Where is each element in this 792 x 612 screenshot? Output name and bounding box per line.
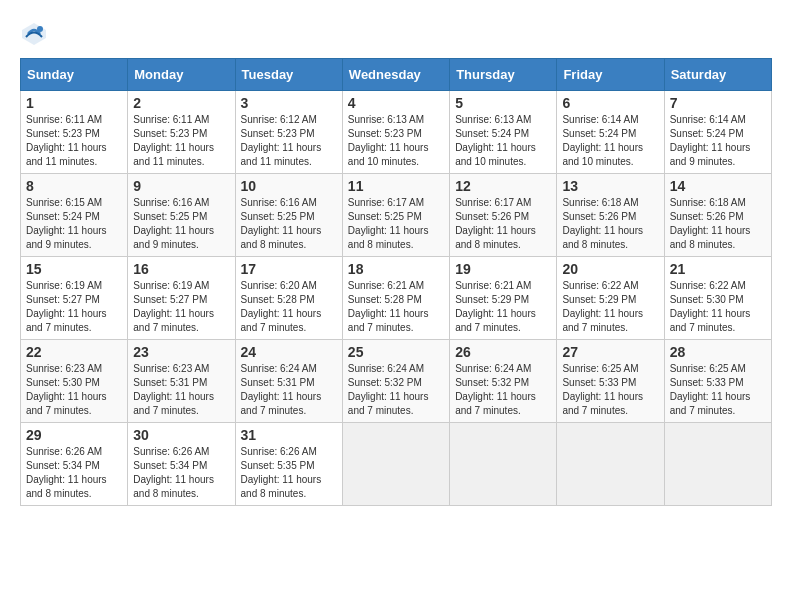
day-info: Sunrise: 6:17 AMSunset: 5:26 PMDaylight:… [455, 196, 551, 252]
calendar-table: SundayMondayTuesdayWednesdayThursdayFrid… [20, 58, 772, 506]
day-info: Sunrise: 6:22 AMSunset: 5:29 PMDaylight:… [562, 279, 658, 335]
header-day-saturday: Saturday [664, 59, 771, 91]
calendar-cell: 31 Sunrise: 6:26 AMSunset: 5:35 PMDaylig… [235, 423, 342, 506]
day-number: 27 [562, 344, 658, 360]
day-number: 9 [133, 178, 229, 194]
calendar-header-row: SundayMondayTuesdayWednesdayThursdayFrid… [21, 59, 772, 91]
day-info: Sunrise: 6:18 AMSunset: 5:26 PMDaylight:… [670, 196, 766, 252]
day-number: 19 [455, 261, 551, 277]
day-number: 8 [26, 178, 122, 194]
day-info: Sunrise: 6:16 AMSunset: 5:25 PMDaylight:… [133, 196, 229, 252]
calendar-cell: 18 Sunrise: 6:21 AMSunset: 5:28 PMDaylig… [342, 257, 449, 340]
day-number: 21 [670, 261, 766, 277]
day-info: Sunrise: 6:17 AMSunset: 5:25 PMDaylight:… [348, 196, 444, 252]
calendar-cell: 30 Sunrise: 6:26 AMSunset: 5:34 PMDaylig… [128, 423, 235, 506]
calendar-cell: 24 Sunrise: 6:24 AMSunset: 5:31 PMDaylig… [235, 340, 342, 423]
day-number: 1 [26, 95, 122, 111]
day-number: 16 [133, 261, 229, 277]
day-info: Sunrise: 6:25 AMSunset: 5:33 PMDaylight:… [562, 362, 658, 418]
calendar-week-1: 1 Sunrise: 6:11 AMSunset: 5:23 PMDayligh… [21, 91, 772, 174]
calendar-cell: 25 Sunrise: 6:24 AMSunset: 5:32 PMDaylig… [342, 340, 449, 423]
calendar-cell: 13 Sunrise: 6:18 AMSunset: 5:26 PMDaylig… [557, 174, 664, 257]
day-number: 13 [562, 178, 658, 194]
day-info: Sunrise: 6:22 AMSunset: 5:30 PMDaylight:… [670, 279, 766, 335]
calendar-cell: 9 Sunrise: 6:16 AMSunset: 5:25 PMDayligh… [128, 174, 235, 257]
calendar-cell: 6 Sunrise: 6:14 AMSunset: 5:24 PMDayligh… [557, 91, 664, 174]
calendar-cell: 21 Sunrise: 6:22 AMSunset: 5:30 PMDaylig… [664, 257, 771, 340]
day-number: 2 [133, 95, 229, 111]
calendar-cell [450, 423, 557, 506]
day-info: Sunrise: 6:18 AMSunset: 5:26 PMDaylight:… [562, 196, 658, 252]
calendar-cell: 23 Sunrise: 6:23 AMSunset: 5:31 PMDaylig… [128, 340, 235, 423]
day-number: 31 [241, 427, 337, 443]
day-number: 24 [241, 344, 337, 360]
calendar-cell [557, 423, 664, 506]
calendar-cell: 10 Sunrise: 6:16 AMSunset: 5:25 PMDaylig… [235, 174, 342, 257]
day-number: 22 [26, 344, 122, 360]
calendar-cell: 28 Sunrise: 6:25 AMSunset: 5:33 PMDaylig… [664, 340, 771, 423]
day-info: Sunrise: 6:20 AMSunset: 5:28 PMDaylight:… [241, 279, 337, 335]
day-info: Sunrise: 6:21 AMSunset: 5:28 PMDaylight:… [348, 279, 444, 335]
day-number: 20 [562, 261, 658, 277]
day-number: 18 [348, 261, 444, 277]
day-info: Sunrise: 6:26 AMSunset: 5:35 PMDaylight:… [241, 445, 337, 501]
svg-point-2 [37, 26, 43, 32]
day-info: Sunrise: 6:11 AMSunset: 5:23 PMDaylight:… [26, 113, 122, 169]
day-number: 23 [133, 344, 229, 360]
day-number: 14 [670, 178, 766, 194]
day-number: 26 [455, 344, 551, 360]
calendar-cell: 11 Sunrise: 6:17 AMSunset: 5:25 PMDaylig… [342, 174, 449, 257]
day-info: Sunrise: 6:19 AMSunset: 5:27 PMDaylight:… [133, 279, 229, 335]
day-info: Sunrise: 6:24 AMSunset: 5:31 PMDaylight:… [241, 362, 337, 418]
calendar-cell: 4 Sunrise: 6:13 AMSunset: 5:23 PMDayligh… [342, 91, 449, 174]
calendar-cell: 15 Sunrise: 6:19 AMSunset: 5:27 PMDaylig… [21, 257, 128, 340]
calendar-cell [342, 423, 449, 506]
calendar-cell: 26 Sunrise: 6:24 AMSunset: 5:32 PMDaylig… [450, 340, 557, 423]
day-info: Sunrise: 6:21 AMSunset: 5:29 PMDaylight:… [455, 279, 551, 335]
header [20, 20, 772, 48]
day-number: 25 [348, 344, 444, 360]
day-number: 28 [670, 344, 766, 360]
day-number: 3 [241, 95, 337, 111]
day-info: Sunrise: 6:23 AMSunset: 5:30 PMDaylight:… [26, 362, 122, 418]
calendar-cell: 14 Sunrise: 6:18 AMSunset: 5:26 PMDaylig… [664, 174, 771, 257]
calendar-week-4: 22 Sunrise: 6:23 AMSunset: 5:30 PMDaylig… [21, 340, 772, 423]
header-day-monday: Monday [128, 59, 235, 91]
calendar-cell: 2 Sunrise: 6:11 AMSunset: 5:23 PMDayligh… [128, 91, 235, 174]
header-day-thursday: Thursday [450, 59, 557, 91]
day-info: Sunrise: 6:26 AMSunset: 5:34 PMDaylight:… [133, 445, 229, 501]
day-number: 6 [562, 95, 658, 111]
header-day-friday: Friday [557, 59, 664, 91]
calendar-cell: 7 Sunrise: 6:14 AMSunset: 5:24 PMDayligh… [664, 91, 771, 174]
day-info: Sunrise: 6:26 AMSunset: 5:34 PMDaylight:… [26, 445, 122, 501]
calendar-cell: 1 Sunrise: 6:11 AMSunset: 5:23 PMDayligh… [21, 91, 128, 174]
calendar-cell: 20 Sunrise: 6:22 AMSunset: 5:29 PMDaylig… [557, 257, 664, 340]
calendar-cell: 12 Sunrise: 6:17 AMSunset: 5:26 PMDaylig… [450, 174, 557, 257]
day-number: 7 [670, 95, 766, 111]
day-info: Sunrise: 6:24 AMSunset: 5:32 PMDaylight:… [348, 362, 444, 418]
calendar-week-5: 29 Sunrise: 6:26 AMSunset: 5:34 PMDaylig… [21, 423, 772, 506]
day-number: 10 [241, 178, 337, 194]
day-number: 5 [455, 95, 551, 111]
day-info: Sunrise: 6:25 AMSunset: 5:33 PMDaylight:… [670, 362, 766, 418]
day-info: Sunrise: 6:12 AMSunset: 5:23 PMDaylight:… [241, 113, 337, 169]
day-number: 12 [455, 178, 551, 194]
day-number: 17 [241, 261, 337, 277]
day-info: Sunrise: 6:13 AMSunset: 5:24 PMDaylight:… [455, 113, 551, 169]
logo [20, 20, 52, 48]
day-info: Sunrise: 6:16 AMSunset: 5:25 PMDaylight:… [241, 196, 337, 252]
day-info: Sunrise: 6:13 AMSunset: 5:23 PMDaylight:… [348, 113, 444, 169]
day-info: Sunrise: 6:23 AMSunset: 5:31 PMDaylight:… [133, 362, 229, 418]
calendar-cell: 16 Sunrise: 6:19 AMSunset: 5:27 PMDaylig… [128, 257, 235, 340]
day-number: 15 [26, 261, 122, 277]
header-day-tuesday: Tuesday [235, 59, 342, 91]
day-info: Sunrise: 6:14 AMSunset: 5:24 PMDaylight:… [562, 113, 658, 169]
header-day-sunday: Sunday [21, 59, 128, 91]
day-info: Sunrise: 6:14 AMSunset: 5:24 PMDaylight:… [670, 113, 766, 169]
calendar-cell: 19 Sunrise: 6:21 AMSunset: 5:29 PMDaylig… [450, 257, 557, 340]
calendar-cell: 3 Sunrise: 6:12 AMSunset: 5:23 PMDayligh… [235, 91, 342, 174]
calendar-cell: 29 Sunrise: 6:26 AMSunset: 5:34 PMDaylig… [21, 423, 128, 506]
header-day-wednesday: Wednesday [342, 59, 449, 91]
day-number: 4 [348, 95, 444, 111]
day-info: Sunrise: 6:24 AMSunset: 5:32 PMDaylight:… [455, 362, 551, 418]
